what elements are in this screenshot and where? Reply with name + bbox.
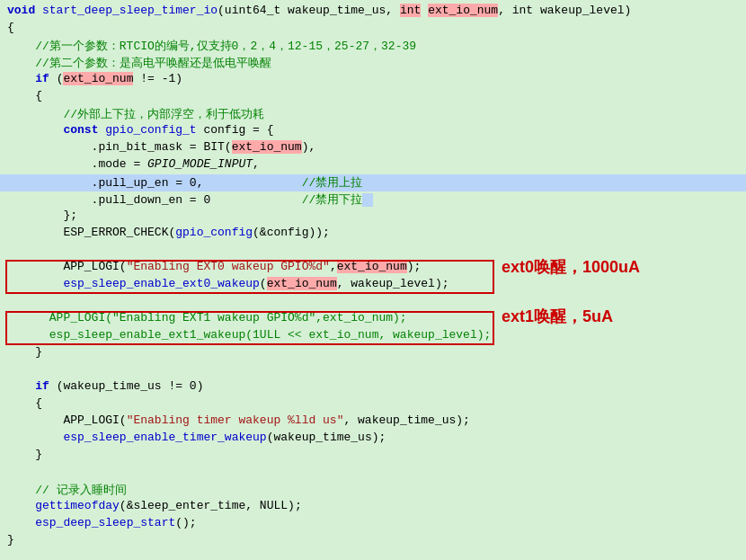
code-editor: void start_deep_sleep_timer_io(uint64_t … [0, 0, 746, 560]
code-line-22 [0, 362, 746, 379]
code-line-6: { [0, 89, 746, 106]
code-line-7: //外部上下拉，内部浮空，利于低功耗 [0, 106, 746, 123]
code-line-28 [0, 465, 746, 482]
code-line-18 [0, 294, 746, 311]
code-line-26: esp_sleep_enable_timer_wakeup(wakeup_tim… [0, 431, 746, 448]
code-line-3: //第一个参数：RTCIO的编号,仅支持0，2，4，12-15，25-27，32… [0, 38, 746, 55]
code-line-11: .pull_up_en = 0, //禁用上拉 [0, 174, 746, 191]
code-line-31: esp_deep_sleep_start(); [0, 516, 746, 533]
code-line-29: // 记录入睡时间 [0, 482, 746, 499]
code-line-14: ESP_ERROR_CHECK(gpio_config(&config)); [0, 226, 746, 243]
code-line-32: } [0, 533, 746, 550]
code-line-17: esp_sleep_enable_ext0_wakeup(ext_io_num,… [0, 277, 746, 294]
code-line-2: { [0, 21, 746, 38]
code-line-24: { [0, 396, 746, 413]
ext1-annotation: ext1唤醒，5uA [502, 306, 613, 327]
code-line-12: .pull_down_en = 0 //禁用下拉 [0, 191, 746, 209]
code-line-25: APP_LOGI("Enabling timer wakeup %lld us"… [0, 413, 746, 431]
code-line-10: .mode = GPIO_MODE_INPUT, [0, 157, 746, 174]
code-line-20: esp_sleep_enable_ext1_wakeup(1ULL << ext… [0, 328, 746, 345]
ext0-annotation: ext0唤醒，1000uA [502, 256, 640, 278]
code-line-23: if (wakeup_time_us != 0) [0, 379, 746, 396]
code-line-5: if (ext_io_num != -1) [0, 72, 746, 89]
code-line-13: }; [0, 209, 746, 226]
code-line-1: void start_deep_sleep_timer_io(uint64_t … [0, 4, 746, 21]
code-line-8: const gpio_config_t config = { [0, 123, 746, 140]
fn-name: start_deep_sleep_timer_io [42, 4, 218, 17]
code-line-19: APP_LOGI("Enabling EXT1 wakeup GPIO%d",e… [0, 311, 746, 328]
code-line-4: //第二个参数：是高电平唤醒还是低电平唤醒 [0, 55, 746, 72]
keyword-void: void [7, 4, 42, 17]
ext1-block: APP_LOGI("Enabling EXT1 wakeup GPIO%d",e… [0, 311, 746, 345]
code-line-27: } [0, 448, 746, 465]
code-line-9: .pin_bit_mask = BIT(ext_io_num), [0, 140, 746, 157]
code-line-21: } [0, 345, 746, 362]
code-line-30: gettimeofday(&sleep_enter_time, NULL); [0, 499, 746, 516]
